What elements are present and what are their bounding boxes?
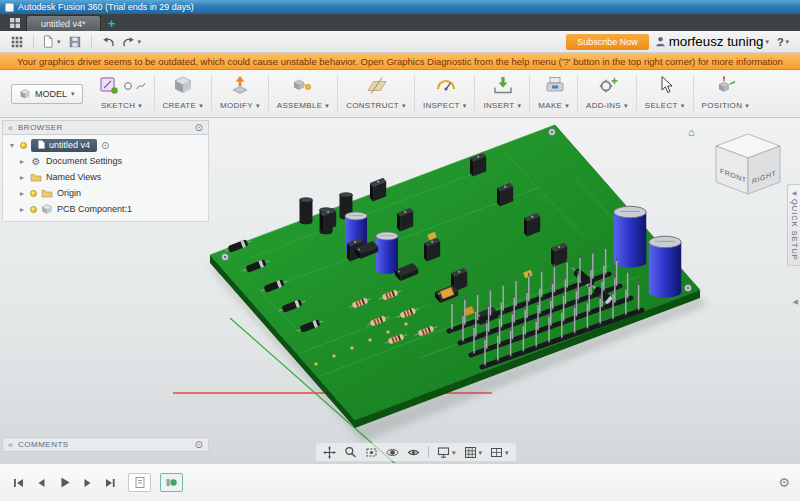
look-at-button[interactable]: [407, 446, 420, 459]
fit-icon: [365, 446, 378, 459]
timeline-step-back-button[interactable]: [33, 474, 50, 491]
collapse-panel-icon[interactable]: «: [8, 440, 13, 450]
user-name: morfeusz tuning: [669, 34, 764, 49]
ribbon-group-create: CREATE ▾: [155, 70, 211, 117]
expand-arrow-icon[interactable]: ▸: [18, 173, 26, 182]
ribbon-dropdown-assemble[interactable]: ASSEMBLE ▾: [277, 101, 329, 110]
tree-item-document-settings[interactable]: ▸ ⚙ Document Settings: [3, 153, 208, 169]
collapse-panel-icon[interactable]: «: [8, 123, 13, 133]
make-tool-button[interactable]: [543, 74, 565, 99]
toolbar-separator: [91, 35, 92, 48]
warning-text: Your graphics driver seems to be outdate…: [17, 56, 783, 67]
redo-button[interactable]: ▾: [122, 33, 142, 51]
grid-icon: [464, 446, 477, 459]
inspect-tool-button[interactable]: [434, 74, 456, 99]
settings-gear-icon[interactable]: ⚙: [778, 475, 790, 490]
ribbon-dropdown-inspect[interactable]: INSPECT ▾: [423, 101, 467, 110]
ribbon-dropdown-construct[interactable]: CONSTRUCT ▾: [346, 101, 406, 110]
window-title: Autodesk Fusion 360 (Trial ends in 29 da…: [18, 2, 194, 12]
ribbon-dropdown-position[interactable]: POSITION ▾: [702, 101, 749, 110]
select-tool-button[interactable]: [654, 74, 676, 99]
tree-item-pcb-component[interactable]: ▸ PCB Component:1: [3, 201, 208, 217]
group-label: INSPECT: [423, 101, 460, 110]
tree-item-named-views[interactable]: ▸ Named Views: [3, 169, 208, 185]
3d-viewport[interactable]: ⌂ FRONT RIGHT « BROWSER ⊙ ▾: [0, 118, 800, 501]
addins-tool-button[interactable]: [596, 74, 618, 99]
modify-tool-button[interactable]: [229, 74, 251, 99]
quick-setup-tab[interactable]: ◀ QUICK SETUP: [787, 184, 800, 266]
graphics-driver-warning-banner: Your graphics driver seems to be outdate…: [0, 53, 800, 70]
help-menu-button[interactable]: ? ▾: [774, 33, 792, 51]
create-tool-button[interactable]: [172, 74, 194, 99]
expand-arrow-icon[interactable]: ▸: [18, 189, 26, 198]
undo-button[interactable]: [99, 33, 117, 51]
zoom-button[interactable]: [344, 446, 357, 459]
comments-panel-title: COMMENTS: [18, 440, 69, 449]
active-document-pill[interactable]: untitled v4: [31, 139, 97, 152]
caret-down-icon: ▾: [786, 38, 790, 45]
fit-button[interactable]: [365, 446, 378, 459]
view-cube[interactable]: ⌂ FRONT RIGHT: [688, 122, 792, 202]
ribbon-dropdown-addins[interactable]: ADD-INS ▾: [586, 101, 628, 110]
group-label: INSERT: [483, 101, 514, 110]
pan-button[interactable]: [323, 446, 336, 459]
timeline-notes-toggle-button[interactable]: [128, 473, 151, 492]
caret-down-icon: ▾: [402, 102, 406, 109]
file-menu-button[interactable]: ▾: [41, 33, 61, 51]
position-icon: [713, 74, 737, 96]
panel-options-icon[interactable]: ⊙: [195, 439, 203, 450]
new-document-tab-button[interactable]: +: [101, 15, 123, 31]
root-document-label: untitled v4: [49, 140, 90, 150]
expand-arrow-icon[interactable]: ▸: [18, 205, 26, 214]
sketch-tool-button[interactable]: [98, 74, 120, 99]
viewports-button[interactable]: ▾: [490, 446, 509, 459]
caret-down-icon: ▾: [745, 102, 749, 109]
ribbon-group-sketch: SKETCH ▾: [90, 70, 154, 117]
timeline-group-toggle-button[interactable]: [160, 473, 183, 492]
position-tool-button[interactable]: [713, 74, 737, 99]
timeline-play-button[interactable]: [56, 474, 73, 491]
collapse-right-panel-icon[interactable]: ◀: [793, 298, 798, 306]
document-tab-active[interactable]: untitled v4*: [26, 15, 101, 31]
grid-snaps-button[interactable]: ▾: [464, 446, 483, 459]
timeline-go-to-start-button[interactable]: [10, 474, 27, 491]
data-panel-home-button[interactable]: [4, 15, 26, 31]
joint-icon: [292, 74, 314, 96]
ribbon-dropdown-modify[interactable]: MODIFY ▾: [220, 101, 260, 110]
view-cube-graphic[interactable]: FRONT RIGHT: [688, 122, 792, 202]
timeline-go-to-end-button[interactable]: [102, 474, 119, 491]
home-view-icon[interactable]: ⌂: [688, 126, 695, 138]
tree-item-origin[interactable]: ▸ Origin: [3, 185, 208, 201]
expand-arrow-icon[interactable]: ▾: [8, 141, 16, 150]
construct-tool-button[interactable]: [365, 74, 387, 99]
sketch-circle-tool-button[interactable]: [123, 79, 133, 94]
visibility-bulb-icon[interactable]: [30, 190, 37, 197]
tree-root-document[interactable]: ▾ untitled v4 ⊙: [3, 137, 208, 153]
display-settings-button[interactable]: ▾: [437, 446, 456, 459]
subscribe-now-button[interactable]: Subscribe Now: [566, 34, 649, 50]
orbit-button[interactable]: [386, 446, 399, 459]
navbar-separator: [428, 446, 429, 458]
expand-arrow-icon[interactable]: ▸: [18, 157, 26, 166]
ribbon-dropdown-sketch[interactable]: SKETCH ▾: [101, 101, 142, 110]
quick-setup-label: QUICK SETUP: [790, 199, 799, 261]
assemble-tool-button[interactable]: [292, 74, 314, 99]
visibility-bulb-icon[interactable]: [20, 142, 27, 149]
insert-icon: [491, 74, 513, 96]
panel-options-icon[interactable]: ⊙: [195, 122, 203, 133]
pan-icon: [323, 446, 336, 459]
ribbon-dropdown-select[interactable]: SELECT ▾: [645, 101, 685, 110]
activate-component-icon[interactable]: ⊙: [101, 140, 109, 151]
apps-grid-button[interactable]: [8, 33, 26, 51]
ribbon-dropdown-make[interactable]: MAKE ▾: [538, 101, 569, 110]
group-label: CONSTRUCT: [346, 101, 399, 110]
ribbon-dropdown-insert[interactable]: INSERT ▾: [483, 101, 521, 110]
workspace-selector[interactable]: MODEL ▾: [11, 84, 83, 104]
timeline-step-forward-button[interactable]: [79, 474, 96, 491]
ribbon-dropdown-create[interactable]: CREATE ▾: [163, 101, 203, 110]
save-button[interactable]: [66, 33, 84, 51]
sketch-spline-tool-button[interactable]: [136, 79, 146, 94]
user-account-button[interactable]: morfeusz tuning ▾: [654, 33, 769, 51]
insert-tool-button[interactable]: [491, 74, 513, 99]
visibility-bulb-icon[interactable]: [30, 206, 37, 213]
